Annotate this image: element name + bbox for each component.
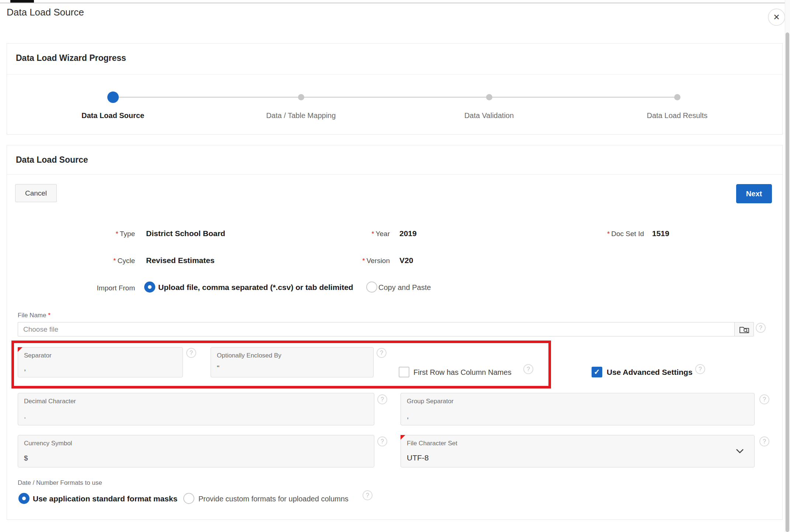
- currency-symbol-value: $: [24, 454, 28, 462]
- decimal-character-help-icon[interactable]: ?: [377, 394, 387, 404]
- separator-help-icon[interactable]: ?: [186, 348, 196, 358]
- optionally-enclosed-by-field[interactable]: Optionally Enclosed By ": [211, 347, 374, 377]
- cycle-label: *Cycle: [17, 257, 135, 265]
- required-asterisk: *: [48, 312, 51, 319]
- required-asterisk: *: [371, 230, 374, 238]
- required-asterisk: *: [113, 257, 116, 265]
- optionally-enclosed-by-value: ": [217, 364, 219, 372]
- step-label-data-table-mapping: Data / Table Mapping: [266, 111, 336, 120]
- use-advanced-settings-help-icon[interactable]: ?: [695, 364, 705, 374]
- wizard-stepper: Data Load Source Data / Table Mapping Da…: [7, 75, 782, 134]
- currency-symbol-field[interactable]: Currency Symbol $: [18, 435, 374, 467]
- import-copy-paste-label: Copy and Paste: [378, 283, 431, 292]
- scrollbar-thumb[interactable]: [786, 32, 789, 532]
- doc-set-id-label: *Doc Set Id: [560, 230, 644, 238]
- wizard-progress-header: Data Load Wizard Progress: [7, 44, 782, 75]
- separator-label: Separator: [24, 352, 52, 359]
- required-corner-marker: [18, 347, 22, 352]
- first-row-has-column-names-checkbox[interactable]: [399, 367, 409, 377]
- data-load-source-body: Cancel Next *Type District School Board …: [7, 175, 782, 519]
- import-upload-label: Upload file, comma separated (*.csv) or …: [158, 283, 353, 292]
- step-dot: [674, 94, 680, 100]
- decimal-character-field[interactable]: Decimal Character .: [18, 393, 374, 425]
- separator-field[interactable]: Separator ,: [18, 347, 183, 377]
- step-label-data-load-results: Data Load Results: [647, 111, 708, 120]
- doc-set-id-value: 1519: [652, 229, 669, 238]
- required-asterisk: *: [362, 257, 365, 265]
- checkmark-icon: ✓: [594, 368, 600, 376]
- group-separator-value: ,: [407, 412, 409, 420]
- file-name-label: File Name *: [18, 312, 52, 319]
- cancel-button[interactable]: Cancel: [15, 184, 57, 202]
- file-name-row: [18, 322, 754, 336]
- year-value: 2019: [399, 229, 417, 238]
- separator-value: ,: [24, 364, 26, 372]
- step-dot-current: [107, 91, 119, 103]
- file-character-set-help-icon[interactable]: ?: [759, 436, 769, 446]
- file-name-input[interactable]: [18, 322, 734, 336]
- chevron-down-icon: [736, 449, 744, 454]
- optionally-enclosed-by-help-icon[interactable]: ?: [377, 348, 387, 358]
- file-name-help-icon[interactable]: ?: [756, 323, 766, 333]
- standard-format-masks-label: Use application standard format masks: [33, 494, 177, 503]
- step-label-data-load-source: Data Load Source: [82, 111, 144, 120]
- wizard-progress-title: Data Load Wizard Progress: [16, 53, 126, 63]
- next-button[interactable]: Next: [736, 184, 772, 203]
- use-advanced-settings-checkbox[interactable]: ✓: [592, 367, 602, 377]
- date-number-formats-help-icon[interactable]: ?: [363, 490, 373, 500]
- data-load-source-header: Data Load Source: [7, 145, 782, 175]
- decimal-character-label: Decimal Character: [24, 398, 76, 405]
- standard-format-masks-radio[interactable]: [18, 493, 30, 504]
- import-from-label: Import From: [17, 284, 135, 292]
- step-label-data-validation: Data Validation: [464, 111, 514, 120]
- first-row-has-column-names-label: First Row has Column Names: [413, 368, 512, 377]
- required-asterisk: *: [607, 230, 610, 238]
- custom-formats-radio[interactable]: [183, 493, 194, 504]
- file-character-set-select[interactable]: File Character Set UTF-8: [401, 435, 755, 467]
- year-label: *Year: [309, 230, 390, 238]
- stepper-line: [113, 97, 677, 98]
- wizard-progress-panel: Data Load Wizard Progress Data Load Sour…: [7, 43, 783, 135]
- required-asterisk: *: [115, 230, 118, 238]
- import-upload-radio[interactable]: [144, 281, 155, 293]
- group-separator-label: Group Separator: [407, 398, 454, 405]
- data-load-source-title: Data Load Source: [16, 155, 88, 165]
- group-separator-help-icon[interactable]: ?: [759, 394, 769, 404]
- radio-dot: [148, 285, 152, 289]
- cycle-value: Revised Estimates: [146, 256, 215, 265]
- file-character-set-value: UTF-8: [407, 453, 429, 462]
- import-copy-paste-radio[interactable]: [366, 281, 377, 293]
- type-value: District School Board: [146, 229, 225, 238]
- type-label: *Type: [17, 230, 135, 238]
- radio-dot: [22, 497, 26, 500]
- data-load-source-panel: Data Load Source Cancel Next *Type Distr…: [7, 145, 783, 520]
- close-button[interactable]: ✕: [768, 8, 785, 26]
- optionally-enclosed-by-label: Optionally Enclosed By: [217, 352, 281, 359]
- close-icon: ✕: [773, 13, 780, 22]
- first-row-help-icon[interactable]: ?: [523, 364, 533, 374]
- custom-formats-label: Provide custom formats for uploaded colu…: [198, 495, 349, 503]
- version-label: *Version: [309, 257, 390, 265]
- required-corner-marker: [401, 435, 405, 440]
- step-dot: [298, 94, 304, 100]
- currency-symbol-help-icon[interactable]: ?: [377, 436, 387, 446]
- version-value: V20: [399, 256, 413, 265]
- currency-symbol-label: Currency Symbol: [24, 440, 72, 447]
- use-advanced-settings-label: Use Advanced Settings: [607, 368, 693, 377]
- step-dot: [486, 94, 492, 100]
- decimal-character-value: .: [24, 412, 26, 420]
- file-browse-button[interactable]: [734, 322, 754, 336]
- date-number-formats-label: Date / Number Formats to use: [18, 479, 102, 487]
- dialog-top-border: [0, 3, 790, 3]
- dialog-title: Data Load Source: [7, 7, 84, 18]
- file-character-set-label: File Character Set: [407, 440, 457, 447]
- folder-search-icon: [739, 325, 750, 334]
- group-separator-field[interactable]: Group Separator ,: [401, 393, 755, 425]
